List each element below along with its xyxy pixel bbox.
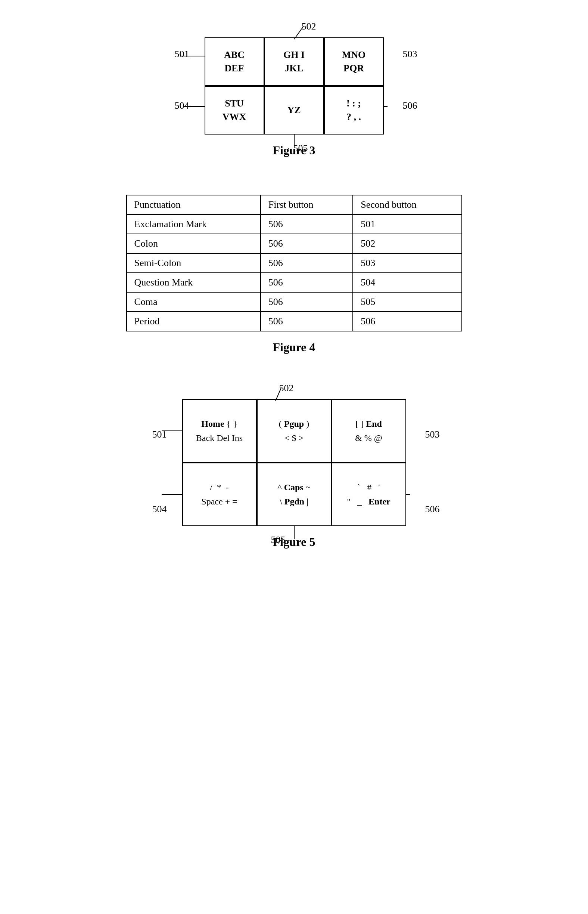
row-exclamation-name: Exclamation Mark	[126, 214, 260, 234]
fig3-label-503: 503	[403, 49, 417, 60]
figure5-diagram: 501 502 503 504 505 506 Home { }Back Del…	[182, 399, 406, 526]
row-questionmark-first: 506	[260, 273, 353, 292]
fig3-label-505: 505	[294, 143, 308, 154]
kbd-cell-end: [ ] End& % @	[331, 399, 406, 463]
figure5-grid: Home { }Back Del Ins ( Pgup )< $ > [ ] E…	[182, 399, 406, 526]
fig5-label-505: 505	[271, 534, 286, 546]
figure4-table-wrapper: Punctuation First button Second button E…	[126, 194, 462, 331]
figure4-caption: Figure 4	[273, 340, 315, 354]
col-header-second-button: Second button	[353, 195, 462, 214]
kbd-cell-caps: ^ Caps ~\ Pgdn |	[257, 463, 331, 526]
row-semicolon-first: 506	[260, 253, 353, 273]
fig5-label-506: 506	[425, 504, 440, 515]
row-coma-name: Coma	[126, 292, 260, 312]
kbd-cell-mno-pqr: MNOPQR	[324, 37, 384, 86]
row-colon-second: 502	[353, 234, 462, 253]
figure3-diagram: 501 502 503 504 505 506 ABCDEF GH IJKL M…	[205, 37, 384, 135]
col-header-first-button: First button	[260, 195, 353, 214]
row-period-name: Period	[126, 312, 260, 331]
row-colon-name: Colon	[126, 234, 260, 253]
table-row: Exclamation Mark 506 501	[126, 214, 462, 234]
fig3-label-504: 504	[175, 100, 189, 111]
row-colon-first: 506	[260, 234, 353, 253]
row-exclamation-first: 506	[260, 214, 353, 234]
fig5-label-501: 501	[152, 429, 167, 440]
kbd-cell-punct: ! : ;? , .	[324, 86, 384, 135]
figure4-table: Punctuation First button Second button E…	[126, 194, 462, 331]
kbd-cell-enter: ` # '" _ Enter	[331, 463, 406, 526]
row-questionmark-second: 504	[353, 273, 462, 292]
fig3-label-502: 502	[302, 21, 316, 32]
kbd-cell-pgup: ( Pgup )< $ >	[257, 399, 331, 463]
kbd-cell-ghi-jkl: GH IJKL	[264, 37, 324, 86]
kbd-cell-abc-def: ABCDEF	[205, 37, 264, 86]
col-header-punctuation: Punctuation	[126, 195, 260, 214]
row-coma-second: 505	[353, 292, 462, 312]
row-questionmark-name: Question Mark	[126, 273, 260, 292]
figure4-section: Punctuation First button Second button E…	[30, 180, 558, 354]
kbd-cell-yz: YZ	[264, 86, 324, 135]
table-header-row: Punctuation First button Second button	[126, 195, 462, 214]
figure5-section: 501 502 503 504 505 506 Home { }Back Del…	[30, 377, 558, 549]
kbd-cell-slash: / * -Space + =	[182, 463, 257, 526]
kbd-cell-stu-vwx: STUVWX	[205, 86, 264, 135]
figure3-grid: ABCDEF GH IJKL MNOPQR STUVWX YZ ! : ;? ,…	[205, 37, 384, 135]
figure3-section: 501 502 503 504 505 506 ABCDEF GH IJKL M…	[30, 15, 558, 157]
table-row: Question Mark 506 504	[126, 273, 462, 292]
fig5-label-503: 503	[425, 429, 440, 440]
row-period-first: 506	[260, 312, 353, 331]
row-semicolon-second: 503	[353, 253, 462, 273]
table-row: Period 506 506	[126, 312, 462, 331]
row-semicolon-name: Semi-Colon	[126, 253, 260, 273]
row-exclamation-second: 501	[353, 214, 462, 234]
fig5-label-502: 502	[279, 382, 294, 394]
table-row: Coma 506 505	[126, 292, 462, 312]
table-row: Colon 506 502	[126, 234, 462, 253]
row-period-second: 506	[353, 312, 462, 331]
row-coma-first: 506	[260, 292, 353, 312]
fig3-label-506: 506	[403, 100, 417, 111]
fig5-label-504: 504	[152, 504, 167, 515]
fig3-label-501: 501	[175, 49, 189, 60]
table-row: Semi-Colon 506 503	[126, 253, 462, 273]
kbd-cell-home: Home { }Back Del Ins	[182, 399, 257, 463]
